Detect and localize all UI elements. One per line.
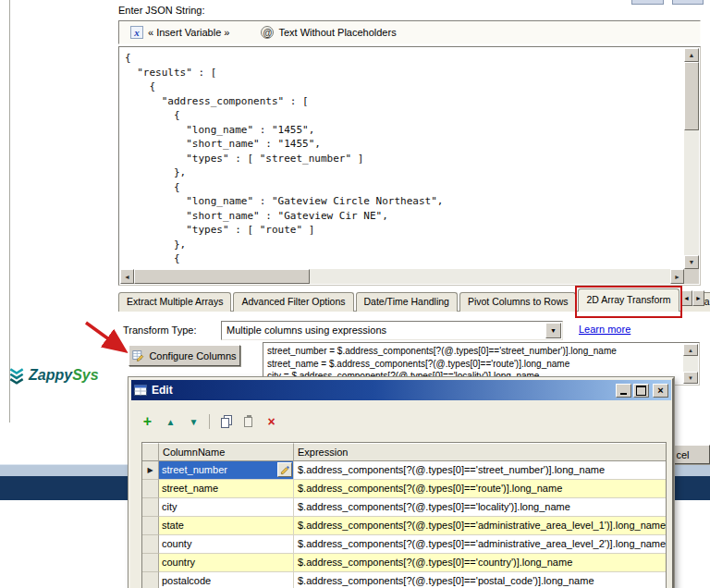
grid-row-state[interactable]: state$.address_components[?(@.types[0]==… [142, 517, 666, 535]
scroll-right-icon[interactable]: ► [670, 269, 684, 284]
variable-icon: x [130, 26, 143, 39]
columnname-cell[interactable]: street_name [159, 480, 294, 498]
configure-columns-label: Configure Columns [149, 350, 236, 361]
expression-cell[interactable]: $.address_components[?(@.types[0]=='admi… [294, 535, 666, 554]
tab-scroll-buttons: ◄ ► [680, 290, 704, 306]
columnname-cell[interactable]: street_number [159, 461, 294, 480]
columnname-cell[interactable]: city [159, 498, 294, 517]
expression-preview-line: street_name = $.address_components[?(@.t… [267, 358, 682, 371]
zappysys-wordmark: ZappySys [29, 367, 99, 384]
delete-row-icon[interactable]: × [263, 413, 279, 430]
columnname-cell[interactable]: country [159, 554, 294, 572]
tab-date-time-handling[interactable]: Date/Time Handling [356, 292, 458, 312]
combo-dropdown-icon[interactable]: ▼ [545, 323, 561, 338]
tab-extract-multiple-arrays[interactable]: Extract Multiple Arrays [118, 292, 231, 312]
dialog-title: Edit [152, 384, 614, 397]
expression-cell[interactable]: $.address_components[?(@.types[0]=='admi… [294, 517, 666, 535]
grid-row-city[interactable]: city$.address_components[?(@.types[0]=='… [142, 498, 666, 517]
columnname-text: state [162, 520, 184, 531]
dialog-icon [134, 384, 147, 397]
add-row-icon[interactable]: + [140, 413, 155, 430]
json-input-editor[interactable]: { "results" : [ { "address_components" :… [118, 46, 701, 286]
scroll-left-icon[interactable]: ◄ [120, 269, 134, 284]
maximize-button[interactable] [633, 384, 649, 398]
grid-rows: ▶street_number$.address_components[?(@.t… [142, 461, 666, 588]
text-without-placeholders-button[interactable]: @ Text Without Placeholders [257, 24, 399, 41]
annotation-arrow [80, 316, 139, 362]
text-without-placeholders-label: Text Without Placeholders [278, 27, 396, 38]
cell-edit-button[interactable] [277, 462, 292, 477]
row-selector[interactable] [142, 554, 159, 572]
horizontal-scrollbar[interactable]: ◄ ► [120, 269, 684, 284]
scroll-up-icon[interactable]: ▲ [684, 48, 699, 62]
expression-preview-line: street_number = $.address_components[?(@… [267, 345, 682, 358]
columnname-text: country [162, 557, 195, 568]
vertical-scrollbar[interactable]: ▲ ▼ [684, 48, 699, 269]
expression-cell[interactable]: $.address_components[?(@.types[0]=='post… [294, 572, 666, 588]
tab-pivot-columns-to-rows[interactable]: Pivot Columns to Rows [459, 292, 577, 312]
grid-row-country[interactable]: country$.address_components[?(@.types[0]… [142, 554, 666, 572]
move-up-icon[interactable]: ▲ [163, 413, 178, 430]
row-selector[interactable]: ▶ [142, 461, 159, 480]
pencil-icon [280, 465, 290, 475]
zappysys-logo: ZappySys [7, 366, 99, 385]
vertical-scroll-thumb[interactable] [684, 62, 699, 130]
row-selector[interactable] [142, 535, 159, 554]
grid-row-county[interactable]: county$.address_components[?(@.types[0]=… [142, 535, 666, 554]
toolbar-separator [209, 414, 210, 429]
partial-top-button-1[interactable] [631, 0, 664, 5]
tab-scroll-left-icon[interactable]: ◄ [680, 290, 692, 306]
columnname-text: street_number [162, 464, 227, 475]
tab-scroll-right-icon[interactable]: ► [692, 290, 704, 306]
scroll-down-icon[interactable]: ▼ [684, 255, 699, 269]
horizontal-scroll-thumb[interactable] [134, 269, 310, 284]
row-selector[interactable] [142, 480, 159, 498]
json-content: { "results" : [ { "address_components" :… [125, 51, 682, 267]
close-button[interactable]: × [653, 384, 668, 398]
minimize-button[interactable] [616, 384, 631, 398]
left-panel-border [9, 0, 10, 423]
preview-scroll-up-icon[interactable]: ▲ [683, 344, 698, 356]
expression-cell[interactable]: $.address_components[?(@.types[0]=='coun… [294, 554, 666, 572]
preview-scrollbar[interactable]: ▲ ▼ [683, 344, 698, 384]
move-down-icon[interactable]: ▼ [186, 413, 202, 430]
grid-row-street_name[interactable]: street_name$.address_components[?(@.type… [142, 480, 666, 498]
screen: Enter JSON String: x « Insert Variable »… [0, 0, 710, 588]
scrollbar-corner [684, 269, 699, 284]
transform-type-value: Multiple columns using expressions [226, 325, 386, 336]
tab-advanced-filter-options[interactable]: Advanced Filter Options [233, 292, 353, 312]
transform-type-combobox[interactable]: Multiple columns using expressions ▼ [221, 321, 563, 340]
columnname-cell[interactable]: postalcode [159, 572, 294, 588]
row-selector[interactable] [142, 498, 159, 517]
grid-row-street_number[interactable]: ▶street_number$.address_components[?(@.t… [142, 461, 666, 480]
json-string-label: Enter JSON String: [118, 5, 205, 16]
columnname-header[interactable]: ColumnName [159, 443, 294, 461]
edit-dialog-titlebar[interactable]: Edit × [131, 380, 671, 400]
insert-variable-label: « Insert Variable » [148, 27, 229, 38]
options-tabstrip: Extract Multiple ArraysAdvanced Filter O… [118, 287, 710, 312]
expression-header[interactable]: Expression [294, 443, 666, 461]
expression-cell[interactable]: $.address_components[?(@.types[0]=='rout… [294, 480, 666, 498]
learn-more-link[interactable]: Learn more [579, 324, 630, 335]
columns-grid: ColumnName Expression ▶street_number$.ad… [141, 442, 667, 588]
copy-icon[interactable] [217, 413, 233, 430]
grid-header-row: ColumnName Expression [142, 443, 666, 461]
zappysys-icon [7, 366, 26, 385]
expression-cell[interactable]: $.address_components[?(@.types[0]=='loca… [294, 498, 666, 517]
grid-corner-header [142, 443, 159, 461]
columnname-text: city [162, 501, 178, 512]
partial-top-button-2[interactable] [672, 0, 704, 5]
columnname-text: county [162, 538, 191, 549]
columnname-cell[interactable]: county [159, 535, 294, 554]
grid-row-postalcode[interactable]: postalcode$.address_components[?(@.types… [142, 572, 666, 588]
expression-cell[interactable]: $.address_components[?(@.types[0]=='stre… [294, 461, 666, 480]
preview-scroll-down-icon[interactable]: ▼ [683, 372, 698, 384]
row-selector[interactable] [142, 517, 159, 535]
tab-2d-array-transform[interactable]: 2D Array Transform [578, 288, 679, 312]
configure-columns-button[interactable]: Configure Columns [129, 345, 240, 366]
row-selector[interactable] [142, 572, 159, 588]
columnname-cell[interactable]: state [159, 517, 294, 535]
insert-variable-button[interactable]: x « Insert Variable » [127, 24, 233, 41]
paste-icon[interactable] [240, 413, 256, 430]
edit-dialog-toolbar: +▲▼× [140, 412, 279, 431]
